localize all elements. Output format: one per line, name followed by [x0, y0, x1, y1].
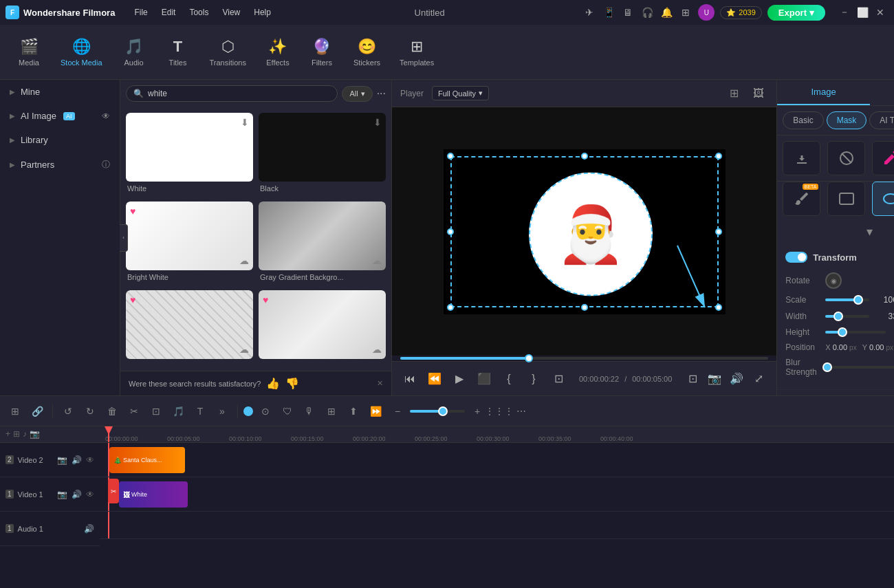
video2-audio-icon[interactable]: 🔊 — [72, 455, 82, 465]
headphone-icon[interactable]: 🎧 — [640, 6, 654, 19]
handle-ml[interactable] — [447, 228, 454, 235]
mask-import-button[interactable] — [783, 141, 820, 175]
sidebar-item-mine[interactable]: ▶ Mine — [0, 80, 120, 104]
add-track-icon[interactable]: + — [6, 429, 10, 439]
clip-menu-button[interactable]: ⊡ — [549, 369, 568, 389]
timeline-export-button[interactable]: ⬆ — [344, 402, 363, 421]
filter-all-button[interactable]: All ▾ — [342, 86, 372, 102]
video1-eye-icon[interactable]: 👁 — [86, 490, 94, 499]
video1-audio-icon[interactable]: 🔊 — [72, 490, 82, 499]
bell-icon[interactable]: 🔔 — [659, 6, 673, 19]
menu-view[interactable]: View — [217, 6, 246, 19]
handle-bl[interactable] — [447, 304, 454, 311]
timeline-redo-button[interactable]: ↻ — [80, 402, 100, 421]
video2-camera-icon[interactable]: 📷 — [57, 455, 67, 465]
timeline-speed-button[interactable]: ⏩ — [366, 402, 385, 421]
timeline-tool-magnet[interactable]: 🔗 — [28, 402, 47, 421]
more-masks-button[interactable]: ▾ — [866, 224, 873, 239]
tool-templates[interactable]: ⊞ Templates — [391, 32, 442, 72]
height-handle[interactable] — [838, 327, 847, 337]
list-item[interactable]: ♥ ☁ — [126, 290, 253, 365]
tool-stock-media[interactable]: 🌐 Stock Media — [52, 32, 111, 72]
snapshot-button[interactable]: 📷 — [705, 369, 724, 389]
list-item[interactable]: ☁ Gray Gradient Backgro... — [259, 202, 386, 285]
rewind-button[interactable]: ⏮ — [400, 369, 419, 389]
handle-tr[interactable] — [715, 153, 722, 160]
sidebar-collapse-button[interactable]: ‹ — [120, 224, 128, 252]
timeline-audio-button[interactable]: 🎵 — [168, 402, 188, 421]
timeline-delete-button[interactable]: 🗑 — [102, 402, 122, 421]
timeline-minus-button[interactable]: − — [388, 402, 407, 421]
more-options-button[interactable]: ··· — [377, 87, 386, 100]
grid-icon[interactable]: ⊞ — [679, 6, 693, 19]
sub-tab-basic[interactable]: Basic — [783, 111, 823, 129]
tool-effects[interactable]: ✨ Effects — [257, 32, 298, 72]
height-slider[interactable] — [825, 331, 885, 334]
scale-handle[interactable] — [853, 295, 863, 305]
thumbs-down-icon[interactable]: 👎 — [285, 377, 299, 390]
timeline-plus-button[interactable]: + — [468, 402, 487, 421]
timeline-tool-snap[interactable]: ⊞ — [6, 402, 25, 421]
timeline-record-button[interactable] — [243, 406, 253, 416]
mask-draw-button[interactable] — [872, 141, 894, 175]
sub-tab-ai-tools[interactable]: AI Tools — [869, 111, 894, 129]
timeline-zoom-slider[interactable] — [410, 410, 465, 413]
mask-oval-button[interactable] — [872, 182, 894, 216]
handle-br[interactable] — [715, 304, 722, 311]
handle-tm[interactable] — [581, 153, 588, 160]
width-slider[interactable] — [825, 315, 869, 318]
crop-button[interactable]: ⊡ — [683, 369, 702, 389]
stop-button[interactable]: ⬛ — [475, 369, 494, 389]
menu-help[interactable]: Help — [248, 6, 276, 19]
user-avatar[interactable]: U — [698, 4, 715, 21]
menu-tools[interactable]: Tools — [184, 6, 214, 19]
minimize-button[interactable]: － — [836, 4, 853, 21]
scale-slider[interactable] — [825, 298, 869, 301]
mark-in-button[interactable]: { — [499, 369, 519, 389]
clip-santa[interactable]: 🎄 Santa Claus... — [109, 447, 185, 473]
timeline-crop-button[interactable]: ⊡ — [146, 402, 166, 421]
play-button[interactable]: ▶ — [450, 369, 469, 389]
timeline-layout-button[interactable]: ⊞ — [322, 402, 341, 421]
blur-handle[interactable] — [822, 362, 832, 372]
points-badge[interactable]: ⭐ 2039 — [720, 6, 761, 19]
list-item[interactable]: ⬇ Black — [259, 113, 386, 196]
timeline-undo-button[interactable]: ↺ — [58, 402, 78, 421]
quality-selector[interactable]: Full Quality ▾ — [432, 86, 489, 100]
tool-stickers[interactable]: 😊 Stickers — [345, 32, 389, 72]
timeline-text-button[interactable]: T — [190, 402, 210, 421]
track-camera-icon[interactable]: 📷 — [30, 429, 40, 439]
playback-progress-bar[interactable] — [400, 357, 768, 360]
split-view-icon[interactable]: ⊞ — [724, 84, 743, 103]
export-button[interactable]: Export ▾ — [767, 5, 825, 21]
blur-slider[interactable] — [825, 366, 894, 369]
fullscreen-button[interactable]: ⤢ — [749, 369, 768, 389]
tool-audio[interactable]: 🎵 Audio — [113, 32, 155, 72]
track-audio-icon[interactable]: ♪ — [23, 429, 27, 439]
screenshot-icon[interactable]: 🖼 — [749, 84, 768, 103]
list-item[interactable]: ⬇ White — [126, 113, 253, 196]
handle-mr[interactable] — [715, 228, 722, 235]
mask-none-button[interactable] — [827, 141, 865, 175]
video1-camera-icon[interactable]: 📷 — [57, 490, 67, 499]
tool-titles[interactable]: T Titles — [157, 32, 199, 72]
sub-tab-mask[interactable]: Mask — [827, 111, 867, 129]
devices-icon[interactable]: 📱 — [602, 6, 615, 19]
tool-filters[interactable]: 🔮 Filters — [301, 32, 342, 72]
step-back-button[interactable]: ⏪ — [425, 369, 444, 389]
timeline-split-button[interactable]: ✂ — [124, 402, 144, 421]
search-input[interactable] — [148, 89, 330, 98]
width-handle[interactable] — [833, 312, 843, 321]
handle-bm[interactable] — [581, 304, 588, 311]
sidebar-item-ai-image[interactable]: ▶ AI Image AI 👁 — [0, 104, 120, 128]
handle-tl[interactable] — [447, 153, 454, 160]
zoom-handle[interactable] — [438, 406, 448, 416]
timeline-more-options-button[interactable]: ⋯ — [512, 402, 531, 421]
timeline-options-button[interactable]: ⋮⋮⋮ — [490, 402, 509, 421]
audio1-mute-icon[interactable]: 🔊 — [84, 524, 94, 534]
mask-rectangle-button[interactable] — [827, 182, 865, 216]
screen-icon[interactable]: 🖥 — [621, 6, 635, 19]
transform-toggle[interactable] — [785, 252, 807, 263]
clip-white[interactable]: 🖼 White — [119, 481, 188, 508]
menu-file[interactable]: File — [129, 6, 153, 19]
